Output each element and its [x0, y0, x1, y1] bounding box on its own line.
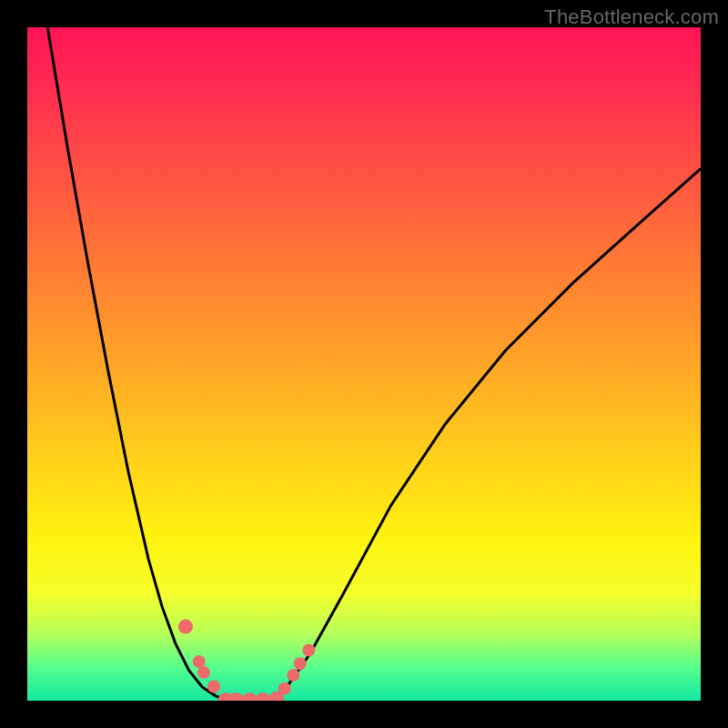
bottleneck-curve-right	[269, 168, 701, 701]
bottleneck-curve-left	[47, 27, 229, 701]
data-marker	[197, 666, 210, 679]
chart-frame: TheBottleneck.com	[0, 0, 728, 728]
data-marker	[207, 680, 220, 693]
watermark-text: TheBottleneck.com	[544, 5, 719, 29]
plot-area	[27, 27, 701, 701]
data-marker	[287, 669, 299, 682]
data-marker	[294, 657, 307, 670]
data-markers-group	[178, 620, 315, 701]
data-marker	[302, 644, 315, 657]
data-marker	[178, 620, 193, 634]
data-marker	[255, 693, 271, 701]
data-marker	[278, 682, 291, 695]
curves-svg	[27, 27, 701, 701]
